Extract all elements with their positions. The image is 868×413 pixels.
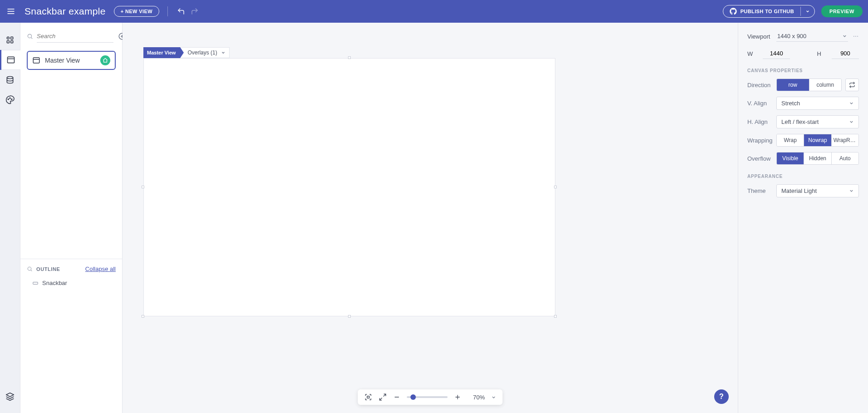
publish-github-dropdown[interactable] — [800, 7, 814, 16]
svg-marker-13 — [6, 393, 14, 397]
appearance-header: APPEARANCE — [747, 174, 859, 179]
resize-handle[interactable] — [554, 315, 557, 318]
wrapping-label: Wrapping — [747, 137, 776, 144]
left-rail — [0, 23, 20, 413]
right-panel: Viewport 1440 x 900 W H CANVAS PROPERTIE… — [738, 23, 868, 413]
valign-label: V. Align — [747, 100, 776, 107]
rail-views-icon[interactable] — [0, 50, 20, 70]
overflow-label: Overflow — [747, 155, 776, 162]
svg-point-10 — [8, 99, 9, 100]
outline-header: OUTLINE Collapse all — [20, 259, 122, 277]
artboard[interactable] — [143, 58, 555, 316]
view-icon — [32, 56, 40, 64]
zoom-fit-icon[interactable] — [364, 393, 373, 401]
rail-layers-icon[interactable] — [0, 387, 20, 407]
height-input[interactable] — [832, 48, 859, 59]
resize-handle[interactable] — [554, 186, 557, 188]
wrap-reverse-option[interactable]: WrapRe... — [832, 134, 858, 146]
halign-value: Left / flex-start — [781, 118, 819, 125]
outline-label: OUTLINE — [36, 266, 60, 272]
resize-handle[interactable] — [142, 315, 144, 318]
preview-button[interactable]: PREVIEW — [821, 5, 863, 17]
viewport-select[interactable]: 1440 x 900 — [776, 31, 848, 42]
home-badge-icon — [100, 55, 110, 65]
zoom-in-button[interactable] — [454, 393, 461, 401]
valign-value: Stretch — [781, 100, 800, 107]
new-view-button[interactable]: + NEW VIEW — [114, 6, 159, 17]
overflow-hidden[interactable]: Hidden — [804, 152, 831, 164]
svg-point-12 — [11, 99, 12, 100]
breadcrumb-overlays[interactable]: Overlays (1) — [180, 47, 229, 58]
svg-rect-6 — [11, 41, 13, 43]
zoom-percent: 70% — [468, 394, 485, 401]
svg-rect-5 — [7, 41, 9, 43]
wrap-option[interactable]: Wrap — [777, 134, 804, 146]
theme-label: Theme — [747, 187, 776, 194]
svg-line-15 — [31, 38, 33, 39]
zoom-slider-thumb[interactable] — [411, 394, 416, 400]
svg-point-14 — [28, 34, 31, 38]
zoom-expand-icon[interactable] — [379, 393, 387, 401]
zoom-dropdown-icon[interactable] — [491, 395, 496, 400]
height-label: H — [817, 50, 822, 57]
rail-theme-icon[interactable] — [0, 90, 20, 110]
svg-rect-4 — [11, 37, 13, 39]
rail-data-icon[interactable] — [0, 70, 20, 90]
nowrap-option[interactable]: Nowrap — [804, 134, 831, 146]
redo-icon — [190, 6, 200, 16]
resize-handle[interactable] — [142, 186, 144, 188]
theme-value: Material Light — [781, 187, 817, 194]
svg-rect-19 — [33, 58, 39, 63]
search-icon — [27, 33, 33, 39]
valign-select[interactable]: Stretch — [776, 97, 859, 110]
svg-line-22 — [31, 270, 32, 271]
zoom-out-button[interactable] — [393, 393, 401, 401]
undo-icon[interactable] — [176, 6, 186, 16]
svg-point-11 — [10, 98, 10, 98]
outline-search-icon[interactable] — [27, 266, 33, 272]
direction-toggle: row column — [776, 79, 842, 91]
direction-label: Direction — [747, 82, 776, 88]
resize-handle[interactable] — [348, 56, 351, 59]
wrapping-toggle: Wrap Nowrap WrapRe... — [776, 134, 859, 147]
menu-icon[interactable] — [5, 6, 16, 17]
svg-line-26 — [380, 398, 382, 400]
overflow-visible[interactable]: Visible — [777, 152, 804, 164]
publish-github-button[interactable]: PUBLISH TO GITHUB — [723, 5, 815, 18]
direction-row[interactable]: row — [777, 79, 809, 91]
overflow-toggle: Visible Hidden Auto — [776, 152, 859, 165]
resize-handle[interactable] — [348, 315, 351, 318]
component-icon — [32, 280, 39, 286]
svg-point-31 — [855, 36, 856, 37]
halign-label: H. Align — [747, 118, 776, 125]
help-button[interactable]: ? — [714, 389, 729, 404]
theme-select[interactable]: Material Light — [776, 184, 859, 197]
svg-point-32 — [857, 36, 858, 37]
overflow-auto[interactable]: Auto — [832, 152, 858, 164]
outline-item-snackbar[interactable]: Snackbar — [20, 277, 122, 289]
viewport-label: Viewport — [747, 33, 776, 40]
publish-github-label: PUBLISH TO GITHUB — [740, 9, 794, 14]
rail-components-icon[interactable] — [0, 30, 20, 50]
svg-point-30 — [853, 36, 854, 37]
more-icon[interactable] — [853, 33, 859, 39]
canvas-area[interactable]: Master View Overlays (1) — [123, 23, 738, 413]
width-label: W — [747, 50, 753, 57]
breadcrumb-master[interactable]: Master View — [143, 47, 180, 58]
width-input[interactable] — [763, 48, 790, 59]
chevron-down-icon — [221, 50, 226, 55]
direction-column[interactable]: column — [809, 79, 842, 91]
left-panel: Master View OUTLINE Collapse all Snackba… — [20, 23, 123, 413]
zoom-bar: 70% — [358, 389, 503, 405]
view-item-label: Master View — [45, 57, 100, 64]
swap-direction-icon[interactable] — [845, 79, 859, 91]
svg-line-25 — [383, 394, 386, 396]
view-item-master[interactable]: Master View — [27, 51, 116, 70]
top-bar: Snackbar example + NEW VIEW PUBLISH TO G… — [0, 0, 868, 23]
halign-select[interactable]: Left / flex-start — [776, 115, 859, 128]
svg-rect-7 — [7, 57, 14, 63]
search-input[interactable] — [37, 30, 113, 43]
collapse-all-link[interactable]: Collapse all — [85, 266, 116, 272]
zoom-slider[interactable] — [407, 396, 448, 398]
svg-point-21 — [28, 267, 31, 270]
